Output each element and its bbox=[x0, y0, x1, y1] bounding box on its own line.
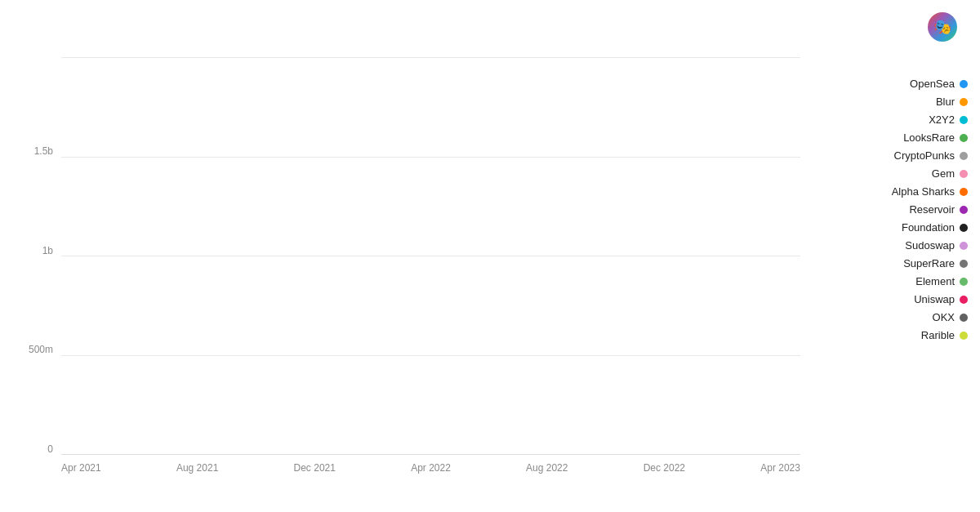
y-label-0: 0 bbox=[47, 443, 57, 455]
bars-container bbox=[61, 57, 800, 454]
legend-label: Uniswap bbox=[914, 293, 955, 305]
user-badge: 🎭 bbox=[928, 12, 964, 42]
legend: OpenSeaBlurX2Y2LooksRareCryptoPunksGemAl… bbox=[817, 78, 968, 341]
legend-item: OKX bbox=[817, 311, 968, 323]
y-label-500m: 500m bbox=[29, 344, 57, 355]
x-label: Dec 2021 bbox=[294, 462, 336, 474]
legend-label: Blur bbox=[936, 96, 955, 108]
legend-dot bbox=[960, 116, 968, 124]
legend-label: OpenSea bbox=[910, 78, 955, 90]
legend-item: Uniswap bbox=[817, 293, 968, 305]
legend-label: Gem bbox=[932, 167, 955, 180]
legend-dot bbox=[960, 242, 968, 250]
legend-item: OpenSea bbox=[817, 78, 968, 90]
legend-dot bbox=[960, 296, 968, 304]
legend-dot bbox=[960, 98, 968, 106]
legend-label: LooksRare bbox=[903, 131, 955, 144]
legend-dot bbox=[960, 206, 968, 214]
legend-item: Blur bbox=[817, 96, 968, 108]
x-label: Aug 2022 bbox=[526, 462, 568, 474]
x-label: Apr 2021 bbox=[61, 462, 101, 474]
legend-label: Rarible bbox=[921, 329, 955, 341]
legend-dot bbox=[960, 188, 968, 196]
legend-item: Rarible bbox=[817, 329, 968, 341]
legend-label: Reservoir bbox=[909, 203, 955, 216]
legend-item: SuperRare bbox=[817, 257, 968, 269]
legend-item: Foundation bbox=[817, 221, 968, 234]
x-label: Apr 2022 bbox=[411, 462, 451, 474]
legend-dot bbox=[960, 332, 968, 340]
chart-area: 1.5b 1b 500m 0 Apr 2021Aug 2021Dec 2021A… bbox=[16, 57, 800, 479]
legend-label: Alpha Sharks bbox=[892, 185, 955, 198]
legend-item: Element bbox=[817, 275, 968, 287]
legend-dot bbox=[960, 170, 968, 178]
legend-item: Reservoir bbox=[817, 203, 968, 216]
legend-dot bbox=[960, 314, 968, 322]
legend-dot bbox=[960, 152, 968, 160]
legend-dot bbox=[960, 80, 968, 88]
chart-inner bbox=[61, 57, 800, 455]
y-axis: 1.5b 1b 500m 0 bbox=[16, 57, 57, 455]
legend-item: Alpha Sharks bbox=[817, 185, 968, 198]
legend-item: Sudoswap bbox=[817, 239, 968, 252]
legend-dot bbox=[960, 224, 968, 232]
legend-item: CryptoPunks bbox=[817, 149, 968, 162]
legend-label: Sudoswap bbox=[905, 239, 955, 252]
legend-item: LooksRare bbox=[817, 131, 968, 144]
legend-label: Foundation bbox=[902, 221, 955, 234]
legend-dot bbox=[960, 260, 968, 268]
x-label: Apr 2023 bbox=[760, 462, 800, 474]
legend-label: CryptoPunks bbox=[894, 149, 955, 162]
legend-label: X2Y2 bbox=[929, 114, 955, 126]
avatar: 🎭 bbox=[928, 12, 957, 42]
legend-label: OKX bbox=[933, 311, 955, 323]
legend-dot bbox=[960, 278, 968, 286]
legend-item: X2Y2 bbox=[817, 114, 968, 126]
y-label-1-5b: 1.5b bbox=[34, 145, 57, 157]
legend-item: Gem bbox=[817, 167, 968, 180]
x-label: Dec 2022 bbox=[644, 462, 685, 474]
legend-label: SuperRare bbox=[903, 257, 955, 269]
main-container: 🎭 1.5b 1b 500m 0 Apr 2021Aug 2021Dec 202… bbox=[0, 0, 980, 512]
legend-label: Element bbox=[915, 275, 955, 287]
y-label-1b: 1b bbox=[42, 245, 57, 256]
x-label: Aug 2021 bbox=[176, 462, 218, 474]
legend-dot bbox=[960, 134, 968, 142]
x-axis: Apr 2021Aug 2021Dec 2021Apr 2022Aug 2022… bbox=[61, 456, 800, 479]
